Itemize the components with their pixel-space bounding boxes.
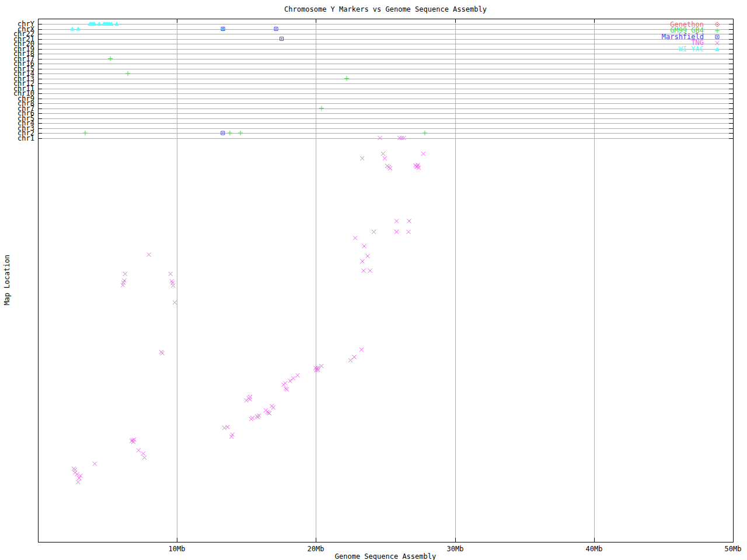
marker-tng xyxy=(421,152,425,156)
x-tick-label-10Mb: 10Mb xyxy=(159,545,194,552)
marker-tng xyxy=(360,156,364,160)
x-tick-label-50Mb: 50Mb xyxy=(715,545,747,552)
y-tick-label-chr1: chr1 xyxy=(0,135,34,141)
marker-tng xyxy=(359,348,364,352)
marker-tng xyxy=(295,373,299,377)
marker-gm99-gb4 xyxy=(228,131,232,135)
marker-tng xyxy=(362,269,366,273)
marker-tng xyxy=(362,244,366,249)
marker-tng xyxy=(383,156,387,160)
marker-gm99-gb4 xyxy=(83,131,88,135)
marker-gm99-gb4 xyxy=(344,76,349,81)
marker-tng xyxy=(360,260,364,264)
marker-tng xyxy=(348,358,352,362)
marker-tng xyxy=(249,417,253,421)
legend-label-wi-yac: WI YAC xyxy=(679,46,704,52)
marker-tng xyxy=(353,236,357,240)
plot-border xyxy=(39,19,734,542)
marker-tng xyxy=(78,474,82,478)
marker-tng xyxy=(137,449,141,453)
marker-tng xyxy=(169,272,173,276)
marker-tng xyxy=(291,376,295,380)
x-tick-label-30Mb: 30Mb xyxy=(438,545,473,552)
marker-gm99-gb4 xyxy=(319,106,324,111)
marker-tng xyxy=(271,405,275,410)
marker-tng xyxy=(121,284,125,288)
marker-wi-yac xyxy=(76,27,81,31)
marker-tng xyxy=(407,219,411,223)
marker-tng xyxy=(93,462,97,466)
marker-tng xyxy=(319,364,323,368)
marker-tng xyxy=(372,230,376,234)
marker-tng xyxy=(171,284,175,288)
marker-tng xyxy=(395,230,399,234)
x-tick-label-20Mb: 20Mb xyxy=(298,545,333,552)
marker-tng xyxy=(388,166,392,170)
marker-tng xyxy=(381,152,385,156)
marker-tng xyxy=(368,269,372,273)
marker-tng xyxy=(142,456,146,460)
marker-wi-yac xyxy=(114,22,119,26)
marker-tng xyxy=(395,219,399,223)
marker-tng xyxy=(160,351,165,355)
marker-tng xyxy=(141,452,145,456)
marker-tng xyxy=(248,397,252,401)
plot-area xyxy=(0,0,747,560)
marker-tng xyxy=(352,355,356,359)
marker-tng xyxy=(225,425,229,429)
legend-marker-tng xyxy=(715,41,720,45)
marker-tng xyxy=(285,387,289,391)
legend-marker-marshfield xyxy=(715,35,719,38)
marker-gm99-gb4 xyxy=(238,131,243,135)
marker-tng xyxy=(245,398,249,402)
marker-tng xyxy=(222,426,226,430)
marker-gm99-gb4 xyxy=(125,71,130,76)
marker-tng xyxy=(76,480,80,484)
marker-tng xyxy=(77,476,81,480)
marker-tng xyxy=(281,383,285,387)
marker-tng xyxy=(123,272,127,276)
marker-tng xyxy=(288,379,292,383)
marker-wi-yac xyxy=(97,22,102,26)
marker-tng xyxy=(173,300,177,304)
marker-tng xyxy=(75,473,79,477)
marker-tng xyxy=(366,254,370,258)
marker-gm99-gb4 xyxy=(108,57,113,61)
marker-tng xyxy=(407,230,411,234)
x-tick-label-40Mb: 40Mb xyxy=(577,545,612,552)
marker-wi-yac xyxy=(70,27,75,31)
marker-tng xyxy=(147,253,151,257)
marker-gm99-gb4 xyxy=(423,131,427,135)
